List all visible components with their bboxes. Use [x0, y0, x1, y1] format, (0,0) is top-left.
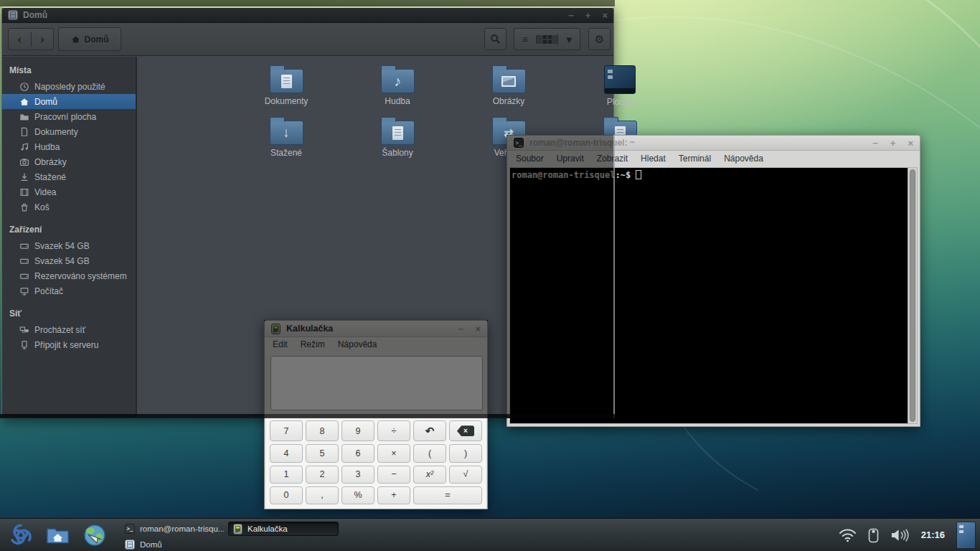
- server-icon: [19, 340, 29, 350]
- trisquel-menu-button[interactable]: [7, 522, 34, 549]
- terminal-screen[interactable]: roman@roman-trisquel:~$: [510, 168, 908, 423]
- close-button[interactable]: ×: [908, 138, 913, 148]
- close-button[interactable]: ×: [602, 11, 608, 20]
- minimize-button[interactable]: −: [458, 324, 464, 334]
- task-file-manager[interactable]: Domů: [121, 537, 224, 551]
- key-9[interactable]: 9: [341, 420, 374, 441]
- window-title: Domů: [23, 10, 47, 20]
- maximize-button[interactable]: +: [890, 138, 896, 148]
- key-sqrt[interactable]: √: [449, 466, 482, 484]
- wifi-icon[interactable]: [839, 528, 857, 542]
- sidebar-item-downloads[interactable]: Stažené: [2, 169, 136, 184]
- file-manager-launcher[interactable]: [46, 525, 70, 545]
- backspace-icon: ×: [457, 425, 474, 436]
- task-calculator[interactable]: Kalkulačka: [228, 522, 339, 536]
- folder-hudba[interactable]: ♪ Hudba: [354, 64, 440, 106]
- sidebar-item-desktop[interactable]: Pracovní plocha: [2, 109, 136, 124]
- key-3[interactable]: 3: [341, 466, 374, 484]
- search-button[interactable]: [484, 28, 507, 50]
- sidebar-section-network: Síť: [2, 306, 136, 322]
- folder-icon: [19, 112, 29, 122]
- key-8[interactable]: 8: [306, 420, 339, 441]
- browser-launcher[interactable]: [83, 523, 107, 547]
- menu-hledat[interactable]: Hledat: [634, 152, 672, 165]
- file-manager-icon: [125, 540, 135, 550]
- grid-view-button[interactable]: [536, 35, 558, 44]
- key-multiply[interactable]: ×: [377, 444, 410, 462]
- key-equals[interactable]: =: [413, 486, 482, 504]
- sidebar-item-music[interactable]: Hudba: [2, 139, 136, 154]
- key-comma[interactable]: ,: [306, 486, 339, 504]
- maximize-button[interactable]: +: [585, 11, 591, 20]
- sidebar-item-home[interactable]: Domů: [2, 94, 136, 109]
- back-button[interactable]: ‹: [9, 32, 31, 47]
- clock[interactable]: 21:16: [921, 529, 945, 540]
- key-6[interactable]: 6: [341, 444, 374, 462]
- sidebar-item-recent[interactable]: Naposledy použité: [2, 79, 136, 94]
- menu-upravit[interactable]: Upravit: [550, 152, 590, 165]
- menu-edit[interactable]: Edit: [266, 338, 294, 351]
- sidebar-item-volume1[interactable]: Svazek 54 GB: [2, 238, 136, 253]
- terminal-scrollbar[interactable]: [908, 168, 917, 423]
- key-divide[interactable]: ÷: [377, 420, 410, 441]
- calculator-icon: [233, 524, 242, 534]
- key-open-paren[interactable]: (: [413, 444, 446, 462]
- key-7[interactable]: 7: [270, 420, 303, 441]
- key-close-paren[interactable]: ): [449, 444, 482, 462]
- location-home-button[interactable]: Domů: [58, 27, 121, 51]
- minimize-button[interactable]: −: [568, 11, 574, 20]
- key-add[interactable]: +: [377, 486, 410, 504]
- key-5[interactable]: 5: [306, 444, 339, 462]
- sidebar-item-volume2[interactable]: Svazek 54 GB: [2, 253, 136, 268]
- key-4[interactable]: 4: [270, 444, 303, 462]
- folder-obrazky[interactable]: Obrázky: [466, 64, 552, 106]
- sidebar-item-browse-network[interactable]: Procházet síť: [2, 322, 136, 337]
- battery-icon[interactable]: [868, 527, 879, 543]
- sidebar-item-documents[interactable]: Dokumenty: [2, 124, 136, 139]
- calculator-titlebar[interactable]: Kalkulačka − ×: [265, 321, 487, 337]
- show-desktop-button[interactable]: [956, 522, 976, 549]
- sidebar-item-reserved[interactable]: Rezervováno systémem: [2, 268, 136, 283]
- sidebar-item-computer[interactable]: Počítač: [2, 283, 136, 298]
- calculator-display[interactable]: [270, 356, 483, 410]
- folder-stazene[interactable]: ↓ Stažené: [243, 116, 329, 158]
- home-icon: [71, 35, 80, 44]
- sidebar-item-connect-server[interactable]: Připojit k serveru: [2, 337, 136, 352]
- key-square[interactable]: x²: [413, 466, 446, 484]
- sidebar-item-pictures[interactable]: Obrázky: [2, 154, 136, 169]
- folder-plocha[interactable]: Plocha: [577, 64, 663, 107]
- menu-rezim[interactable]: Režim: [294, 338, 331, 351]
- folder-sablony[interactable]: Šablony: [354, 116, 440, 158]
- menu-terminal[interactable]: Terminál: [672, 152, 717, 165]
- desktop-thumbnail-icon: [604, 65, 636, 94]
- drive-icon: [19, 271, 29, 281]
- close-button[interactable]: ×: [475, 324, 481, 334]
- file-manager-titlebar[interactable]: Domů − + ×: [2, 8, 613, 23]
- volume-icon[interactable]: [890, 528, 910, 542]
- terminal-titlebar[interactable]: >_ roman@roman-trisquel: ~ − + ×: [507, 136, 920, 151]
- settings-button[interactable]: ⚙: [588, 28, 611, 50]
- key-1[interactable]: 1: [270, 466, 303, 484]
- view-options-chevron[interactable]: ▾: [557, 34, 580, 45]
- film-icon: [19, 187, 29, 197]
- calculator-menubar: Edit Režim Nápověda: [265, 337, 487, 352]
- scrollbar-thumb[interactable]: [910, 169, 915, 422]
- key-2[interactable]: 2: [306, 466, 339, 484]
- sidebar-item-trash[interactable]: Koš: [2, 199, 136, 215]
- grid-icon: [543, 35, 552, 44]
- folder-dokumenty[interactable]: Dokumenty: [243, 64, 329, 106]
- list-view-button[interactable]: ≡: [514, 34, 536, 45]
- key-0[interactable]: 0: [270, 486, 303, 504]
- task-terminal[interactable]: >_ roman@roman-trisqu...: [121, 522, 224, 536]
- key-backspace[interactable]: ×: [449, 420, 482, 441]
- sidebar-item-videos[interactable]: Videa: [2, 184, 136, 199]
- menu-napoveda[interactable]: Nápověda: [331, 338, 384, 351]
- forward-button[interactable]: ›: [31, 32, 54, 47]
- menu-soubor[interactable]: Soubor: [509, 152, 550, 165]
- menu-zobrazit[interactable]: Zobrazit: [590, 152, 634, 165]
- key-undo[interactable]: ↶: [413, 420, 446, 441]
- key-percent[interactable]: %: [341, 486, 374, 504]
- menu-napoveda[interactable]: Nápověda: [717, 152, 770, 165]
- minimize-button[interactable]: −: [872, 138, 878, 148]
- key-subtract[interactable]: −: [377, 466, 410, 484]
